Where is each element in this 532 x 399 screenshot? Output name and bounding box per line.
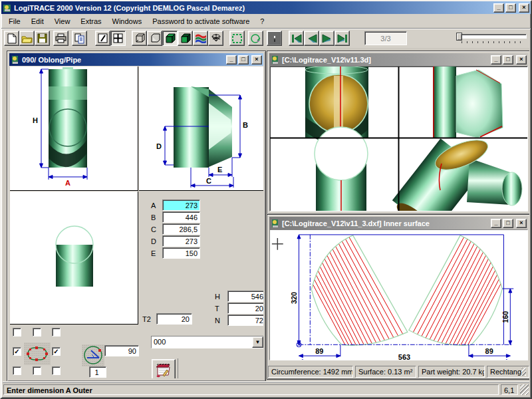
- dark-tool-button[interactable]: [267, 31, 282, 46]
- menu-extras[interactable]: Extras: [76, 16, 106, 27]
- rotate-axis-button[interactable]: [208, 31, 223, 46]
- dim-label-E: E: [217, 166, 222, 174]
- colors-button[interactable]: [193, 31, 208, 46]
- nav-next-button[interactable]: [319, 31, 334, 46]
- section-view-pane: [10, 192, 138, 325]
- dim-89-right: 89: [485, 347, 493, 355]
- nav-last-button[interactable]: [334, 31, 350, 46]
- nav-prev-button[interactable]: [304, 31, 319, 46]
- dim-t2-input[interactable]: [156, 313, 192, 325]
- close-icon[interactable]: ×: [516, 55, 527, 65]
- angle-input[interactable]: [104, 345, 139, 356]
- dim-b-input[interactable]: [162, 211, 200, 223]
- close-icon[interactable]: ×: [519, 3, 529, 13]
- flat-titlebar[interactable]: [C:\Logitrace_V12\v11_3.dxf] Inner surfa…: [269, 217, 528, 229]
- shaded-view-button[interactable]: [178, 31, 193, 46]
- notes-button[interactable]: [152, 359, 176, 378]
- resize-grip[interactable]: [520, 384, 529, 395]
- cube-shaded-icon: [180, 33, 191, 44]
- minimize-icon[interactable]: _: [493, 3, 504, 13]
- floppy-disk-icon: [37, 33, 47, 43]
- solid-view-button[interactable]: [162, 31, 178, 46]
- field-label-c: C: [151, 225, 159, 233]
- dim-c-input[interactable]: [162, 223, 200, 235]
- part-icon: [11, 55, 20, 65]
- open-file-button[interactable]: [19, 31, 35, 46]
- copy-button[interactable]: [72, 31, 87, 46]
- color-flag-icon: [195, 33, 206, 43]
- pos-top-right-checkbox[interactable]: [52, 328, 61, 336]
- close-icon[interactable]: ×: [251, 55, 262, 65]
- quantity-input[interactable]: [89, 366, 106, 378]
- profile-dropdown[interactable]: 000 ▼: [151, 336, 263, 348]
- main-window: LogiTRACE 2000 Version 12 (Copyright DEM…: [0, 0, 532, 399]
- dim-320: 320: [290, 292, 298, 304]
- select-rect-button[interactable]: [229, 31, 245, 46]
- menu-help[interactable]: ?: [255, 16, 269, 27]
- resize-grip[interactable]: [521, 368, 526, 376]
- angle-icon: [82, 344, 104, 366]
- menu-password[interactable]: Password to activate software: [148, 16, 254, 27]
- close-icon[interactable]: ×: [516, 219, 527, 228]
- field-label-a: A: [151, 201, 159, 209]
- menu-view[interactable]: View: [50, 16, 75, 27]
- copy-pages-icon: [74, 33, 85, 44]
- wireframe-button[interactable]: [132, 31, 147, 46]
- pos-bottom-center-checkbox[interactable]: [33, 366, 41, 375]
- profile-value: 000: [152, 336, 252, 348]
- flat-client: 320 160 89 89 563: [269, 229, 528, 360]
- view-single-button[interactable]: [95, 31, 110, 46]
- dim-t-input[interactable]: [227, 303, 263, 314]
- hidden-line-button[interactable]: [147, 31, 162, 46]
- save-button[interactable]: [35, 31, 50, 46]
- slider-track[interactable]: [460, 34, 527, 39]
- dim-563: 563: [398, 353, 410, 360]
- pos-top-left-checkbox[interactable]: [13, 328, 21, 336]
- app-root: { "app": { "title": "LogiTRACE 2000 Vers…: [0, 0, 532, 399]
- menu-windows[interactable]: Windows: [108, 16, 147, 27]
- minimize-icon[interactable]: _: [491, 55, 501, 65]
- part-icon: [271, 55, 280, 65]
- new-file-button[interactable]: [4, 31, 19, 46]
- viewer3d-titlebar[interactable]: [C:\Logitrace_V12\v11.3d] _ □ ×: [269, 53, 528, 66]
- printer-icon: [55, 33, 66, 43]
- field-label-t: T: [215, 305, 224, 313]
- field-row-n: N: [215, 315, 263, 326]
- maximize-icon[interactable]: □: [503, 219, 513, 228]
- maximize-icon[interactable]: □: [503, 55, 513, 65]
- field-label-d: D: [151, 237, 159, 245]
- field-row-t2: T2: [142, 313, 192, 325]
- pos-top-center-checkbox[interactable]: [33, 328, 41, 336]
- dim-h-input[interactable]: [227, 291, 263, 302]
- circumference-status: Circumference: 1492 mm: [268, 366, 353, 378]
- field-row-b: B: [151, 211, 200, 223]
- zoom-slider[interactable]: [456, 33, 527, 45]
- pos-bottom-left-checkbox[interactable]: [13, 366, 21, 375]
- menu-file[interactable]: File: [4, 16, 25, 27]
- last-page-icon: [336, 33, 348, 44]
- cube-hidden-icon: [149, 33, 160, 44]
- dim-d-input[interactable]: [162, 235, 200, 247]
- nav-first-button[interactable]: [289, 31, 304, 46]
- view-quad-button[interactable]: [110, 31, 126, 46]
- page-counter: 3/3: [364, 31, 407, 45]
- maximize-icon[interactable]: □: [505, 3, 516, 13]
- design-titlebar[interactable]: 090/ Oblong/Pipe _ □ ×: [9, 53, 263, 66]
- print-button[interactable]: [53, 31, 68, 46]
- select-circle-button[interactable]: [248, 31, 263, 46]
- pos-bottom-right-checkbox[interactable]: [52, 366, 61, 375]
- dim-label-C: C: [206, 177, 211, 185]
- pos-mid-left-checkbox[interactable]: ✓: [13, 347, 21, 356]
- dim-n-input[interactable]: [227, 315, 263, 326]
- side-view-drawing: D B E C: [139, 66, 263, 190]
- maximize-icon[interactable]: □: [238, 55, 249, 65]
- minimize-icon[interactable]: _: [226, 55, 237, 65]
- slider-thumb[interactable]: [456, 33, 462, 41]
- chevron-down-icon[interactable]: ▼: [252, 336, 263, 348]
- main-titlebar: LogiTRACE 2000 Version 12 (Copyright DEM…: [1, 1, 531, 14]
- dim-e-input[interactable]: [162, 247, 200, 259]
- dim-a-input[interactable]: [162, 200, 200, 211]
- minimize-icon[interactable]: _: [491, 219, 501, 228]
- pos-mid-right-checkbox[interactable]: ✓: [52, 347, 61, 356]
- menu-edit[interactable]: Edit: [27, 16, 49, 27]
